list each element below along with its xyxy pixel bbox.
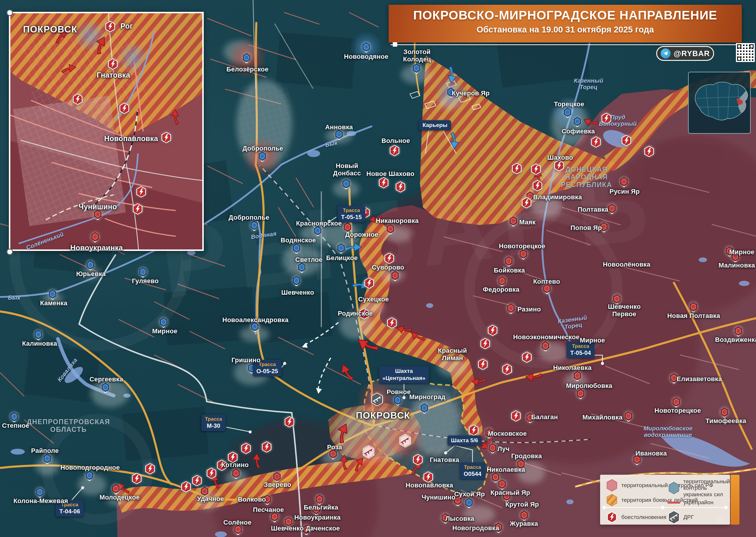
place-label: Вольное (382, 137, 410, 145)
place-label: Мирное (152, 328, 177, 335)
ua-control-pin-icon (335, 130, 343, 140)
ua-control-pin-icon (293, 244, 300, 254)
attack-arrow-blue-icon (444, 131, 465, 151)
ua-control-pin-icon (412, 64, 420, 74)
place-label: Доброполье (242, 145, 283, 152)
place-label: Волково (238, 496, 266, 503)
place-label: Белозёрское (227, 66, 269, 73)
river-label: Бык (8, 294, 21, 301)
place-label: Гнатовка (97, 71, 130, 79)
page-title: ПОКРОВСКО-МИРНОГРАДСКОЕ НАПРАВЛЕНИЕ (389, 8, 742, 22)
legend-orange-strip (731, 475, 739, 525)
place-label: Мирноград (409, 393, 445, 401)
place-label: Котлино (222, 461, 249, 469)
place-label: Доброполье (229, 214, 269, 222)
rf-control-pin-icon (543, 284, 551, 294)
place-label: Анновка (325, 124, 353, 131)
attack-arrow-red-icon (59, 59, 78, 78)
place-label: Новопавловка (405, 482, 453, 489)
attack-arrow-red-icon (166, 108, 184, 126)
place-label: Воздвиженка (715, 336, 756, 344)
clash-icon (181, 481, 191, 493)
clash-icon (468, 424, 479, 436)
rf-control-pin-icon (542, 341, 549, 351)
place-label: Новоподгородное (60, 464, 120, 472)
rybar-telegram-badge: @RYBAR (656, 46, 714, 61)
place-label: Шевченко (271, 525, 304, 532)
place-label: Новоолёновка (603, 261, 651, 268)
place-label: Красный Лиман (438, 347, 467, 362)
rf-control-pin-icon (672, 397, 680, 407)
region-label: ДОНЕЦКАЯ НАРОДНАЯ РЕСПУБЛИКА (561, 166, 612, 188)
ua-control-pin-icon (298, 263, 306, 273)
rf-control-pin-icon (625, 412, 632, 422)
attack-arrow-red-icon (247, 452, 266, 470)
ua-control-pin-icon (10, 412, 18, 422)
legend-label: боестолкновения (621, 514, 666, 520)
place-label: Бойковка (494, 267, 525, 274)
rybar-handle: @RYBAR (674, 49, 710, 58)
place-label: Даченское (306, 525, 340, 532)
place-label: Светлое (295, 256, 322, 264)
place-label: Полтавка (578, 206, 609, 213)
clash-icon (480, 338, 490, 350)
place-label: Николаевка (553, 364, 592, 372)
ua-control-pin-icon (86, 471, 93, 481)
rf-control-pin-icon (690, 302, 697, 312)
place-label: Золотой Колодец (403, 48, 431, 63)
clash-icon (412, 454, 423, 466)
rf-control-pin-icon (232, 469, 240, 479)
place-label: Водянское (280, 237, 316, 244)
river-label: Казенный Торец (574, 77, 603, 91)
ua-control-swatch-icon (667, 481, 680, 495)
legend-item-ua-control: территориальный контроль украинских сил (667, 478, 730, 498)
drg-icon (362, 445, 375, 459)
place-label: Луч (497, 445, 509, 453)
poi-sign: Карьеры (419, 120, 451, 130)
place-label: Сергеевка (90, 376, 123, 383)
place-label: Роза (327, 444, 342, 451)
drg-icon (399, 434, 412, 448)
rf-control-pin-icon (520, 511, 528, 521)
clash-icon (478, 358, 488, 370)
clash-icon (521, 197, 532, 209)
ua-control-pin-icon (139, 268, 147, 277)
ua-control-pin-icon (465, 498, 473, 508)
clash-icon (119, 103, 130, 114)
place-label: Гришино (231, 357, 261, 364)
banner-underline-square (393, 42, 397, 47)
place-label: Дорожное (345, 231, 378, 238)
rf-control-pin-icon (735, 326, 742, 337)
place-label: Елизаветовка (677, 376, 722, 383)
place-label: Новоалександровка (222, 316, 288, 324)
clash-icon (105, 21, 115, 32)
place-label: Зверево (264, 481, 291, 489)
poi-sign: Шахта «Центральная» (379, 366, 429, 383)
rf-control-pin-icon (489, 443, 496, 453)
clash-icon (206, 467, 217, 479)
ua-control-pin-icon (102, 383, 109, 393)
road-sign: ТрассаО0544 (460, 463, 485, 479)
poi-sign: Шахта 5/6 (447, 435, 482, 445)
qr-pattern (737, 44, 754, 61)
place-label: Сухой Яр (454, 491, 485, 498)
river-label: Миролюбовское водохранилище (644, 425, 693, 438)
place-label: Тимофеевка (705, 417, 746, 425)
ua-control-pin-icon (243, 53, 250, 63)
clash-icon (132, 203, 143, 215)
clash-icon (131, 473, 142, 484)
clash-icon (522, 351, 532, 363)
ua-control-pin-icon (36, 488, 44, 498)
ua-control-pin-icon (49, 290, 57, 300)
place-label: Ровное (387, 389, 410, 396)
clash-icon (384, 252, 395, 264)
place-label: Новая Полтавка (667, 312, 720, 320)
ua-control-pin-icon (160, 318, 167, 328)
clash-icon (511, 410, 521, 422)
clash-icon (531, 163, 541, 175)
place-label: Белицкое (326, 255, 357, 262)
clash-icon (241, 442, 251, 454)
place-label: Молодецкое (100, 494, 140, 501)
telegram-icon (661, 48, 671, 59)
rf-control-pin-icon (391, 271, 399, 281)
